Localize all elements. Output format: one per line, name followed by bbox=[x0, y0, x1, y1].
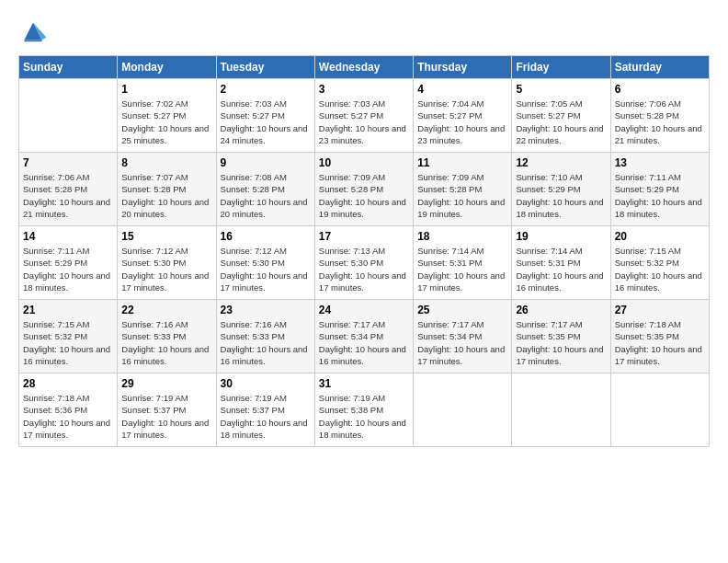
day-number: 17 bbox=[319, 230, 409, 243]
day-info: Sunrise: 7:10 AMSunset: 5:29 PMDaylight:… bbox=[516, 171, 606, 220]
day-info: Sunrise: 7:17 AMSunset: 5:34 PMDaylight:… bbox=[417, 318, 507, 367]
day-info: Sunrise: 7:18 AMSunset: 5:35 PMDaylight:… bbox=[615, 318, 705, 367]
calendar-day-cell: 16Sunrise: 7:12 AMSunset: 5:30 PMDayligh… bbox=[216, 226, 314, 300]
day-info: Sunrise: 7:18 AMSunset: 5:36 PMDaylight:… bbox=[23, 392, 113, 441]
page-container: SundayMondayTuesdayWednesdayThursdayFrid… bbox=[0, 0, 728, 456]
calendar-day-cell: 22Sunrise: 7:16 AMSunset: 5:33 PMDayligh… bbox=[118, 300, 216, 373]
calendar-day-cell: 4Sunrise: 7:04 AMSunset: 5:27 PMDaylight… bbox=[414, 79, 512, 153]
calendar-week-row: 28Sunrise: 7:18 AMSunset: 5:36 PMDayligh… bbox=[19, 373, 710, 447]
calendar-day-cell: 25Sunrise: 7:17 AMSunset: 5:34 PMDayligh… bbox=[414, 300, 512, 373]
day-number: 11 bbox=[417, 156, 507, 169]
day-info: Sunrise: 7:06 AMSunset: 5:28 PMDaylight:… bbox=[615, 98, 705, 146]
day-number: 25 bbox=[417, 304, 507, 316]
calendar-week-row: 14Sunrise: 7:11 AMSunset: 5:29 PMDayligh… bbox=[19, 226, 710, 300]
svg-rect-2 bbox=[24, 40, 41, 42]
header bbox=[18, 17, 710, 46]
calendar-day-cell: 9Sunrise: 7:08 AMSunset: 5:28 PMDaylight… bbox=[216, 153, 314, 226]
calendar-day-cell: 30Sunrise: 7:19 AMSunset: 5:37 PMDayligh… bbox=[216, 373, 314, 447]
day-info: Sunrise: 7:06 AMSunset: 5:28 PMDaylight:… bbox=[23, 171, 113, 220]
day-number: 21 bbox=[23, 304, 113, 316]
day-number: 30 bbox=[221, 377, 311, 390]
day-info: Sunrise: 7:03 AMSunset: 5:27 PMDaylight:… bbox=[221, 98, 311, 146]
day-number: 3 bbox=[319, 83, 409, 96]
day-info: Sunrise: 7:08 AMSunset: 5:28 PMDaylight:… bbox=[221, 171, 311, 220]
day-number: 9 bbox=[221, 156, 311, 169]
calendar-day-cell: 3Sunrise: 7:03 AMSunset: 5:27 PMDaylight… bbox=[314, 79, 413, 153]
day-header-saturday: Saturday bbox=[610, 56, 709, 79]
day-number: 7 bbox=[23, 156, 113, 169]
day-info: Sunrise: 7:14 AMSunset: 5:31 PMDaylight:… bbox=[417, 245, 507, 293]
day-number: 13 bbox=[615, 156, 705, 169]
day-number: 14 bbox=[23, 230, 113, 243]
day-header-thursday: Thursday bbox=[414, 56, 512, 79]
day-number: 27 bbox=[615, 304, 705, 316]
day-header-sunday: Sunday bbox=[19, 56, 118, 79]
day-number: 10 bbox=[319, 156, 409, 169]
calendar-day-cell: 10Sunrise: 7:09 AMSunset: 5:28 PMDayligh… bbox=[314, 153, 413, 226]
logo-icon bbox=[18, 17, 48, 46]
day-number: 24 bbox=[319, 304, 409, 316]
day-number: 22 bbox=[121, 304, 211, 316]
calendar-day-cell: 13Sunrise: 7:11 AMSunset: 5:29 PMDayligh… bbox=[610, 153, 709, 226]
calendar-day-cell: 6Sunrise: 7:06 AMSunset: 5:28 PMDaylight… bbox=[610, 79, 709, 153]
day-number: 18 bbox=[417, 230, 507, 243]
day-info: Sunrise: 7:19 AMSunset: 5:37 PMDaylight:… bbox=[221, 392, 311, 441]
day-info: Sunrise: 7:17 AMSunset: 5:34 PMDaylight:… bbox=[319, 318, 409, 367]
calendar-header-row: SundayMondayTuesdayWednesdayThursdayFrid… bbox=[19, 56, 710, 79]
day-number: 31 bbox=[319, 377, 409, 390]
day-info: Sunrise: 7:15 AMSunset: 5:32 PMDaylight:… bbox=[615, 245, 705, 293]
day-info: Sunrise: 7:16 AMSunset: 5:33 PMDaylight:… bbox=[221, 318, 311, 367]
day-info: Sunrise: 7:17 AMSunset: 5:35 PMDaylight:… bbox=[516, 318, 606, 367]
day-number: 2 bbox=[221, 83, 311, 96]
day-number: 15 bbox=[121, 230, 211, 243]
day-number: 4 bbox=[417, 83, 507, 96]
calendar-day-cell bbox=[512, 373, 610, 447]
calendar-day-cell: 1Sunrise: 7:02 AMSunset: 5:27 PMDaylight… bbox=[118, 79, 216, 153]
day-header-friday: Friday bbox=[512, 56, 610, 79]
day-info: Sunrise: 7:16 AMSunset: 5:33 PMDaylight:… bbox=[121, 318, 211, 367]
day-info: Sunrise: 7:12 AMSunset: 5:30 PMDaylight:… bbox=[221, 245, 311, 293]
logo bbox=[18, 17, 51, 46]
day-info: Sunrise: 7:14 AMSunset: 5:31 PMDaylight:… bbox=[516, 245, 606, 293]
day-info: Sunrise: 7:07 AMSunset: 5:28 PMDaylight:… bbox=[121, 171, 211, 220]
calendar-day-cell: 23Sunrise: 7:16 AMSunset: 5:33 PMDayligh… bbox=[216, 300, 314, 373]
day-info: Sunrise: 7:05 AMSunset: 5:27 PMDaylight:… bbox=[516, 98, 606, 146]
calendar-day-cell bbox=[414, 373, 512, 447]
calendar-day-cell: 5Sunrise: 7:05 AMSunset: 5:27 PMDaylight… bbox=[512, 79, 610, 153]
calendar-day-cell: 29Sunrise: 7:19 AMSunset: 5:37 PMDayligh… bbox=[118, 373, 216, 447]
day-number: 6 bbox=[615, 83, 705, 96]
calendar-day-cell: 15Sunrise: 7:12 AMSunset: 5:30 PMDayligh… bbox=[118, 226, 216, 300]
calendar-week-row: 7Sunrise: 7:06 AMSunset: 5:28 PMDaylight… bbox=[19, 153, 710, 226]
calendar-day-cell: 24Sunrise: 7:17 AMSunset: 5:34 PMDayligh… bbox=[314, 300, 413, 373]
day-info: Sunrise: 7:11 AMSunset: 5:29 PMDaylight:… bbox=[615, 171, 705, 220]
calendar-week-row: 21Sunrise: 7:15 AMSunset: 5:32 PMDayligh… bbox=[19, 300, 710, 373]
day-number: 28 bbox=[23, 377, 113, 390]
calendar-day-cell: 27Sunrise: 7:18 AMSunset: 5:35 PMDayligh… bbox=[610, 300, 709, 373]
day-info: Sunrise: 7:11 AMSunset: 5:29 PMDaylight:… bbox=[23, 245, 113, 293]
calendar-day-cell: 12Sunrise: 7:10 AMSunset: 5:29 PMDayligh… bbox=[512, 153, 610, 226]
calendar-day-cell bbox=[19, 79, 118, 153]
day-info: Sunrise: 7:02 AMSunset: 5:27 PMDaylight:… bbox=[121, 98, 211, 146]
day-header-monday: Monday bbox=[118, 56, 216, 79]
calendar-day-cell: 31Sunrise: 7:19 AMSunset: 5:38 PMDayligh… bbox=[314, 373, 413, 447]
day-number: 1 bbox=[121, 83, 211, 96]
calendar-day-cell: 21Sunrise: 7:15 AMSunset: 5:32 PMDayligh… bbox=[19, 300, 118, 373]
day-info: Sunrise: 7:12 AMSunset: 5:30 PMDaylight:… bbox=[121, 245, 211, 293]
calendar-day-cell: 26Sunrise: 7:17 AMSunset: 5:35 PMDayligh… bbox=[512, 300, 610, 373]
calendar-day-cell: 20Sunrise: 7:15 AMSunset: 5:32 PMDayligh… bbox=[610, 226, 709, 300]
day-info: Sunrise: 7:15 AMSunset: 5:32 PMDaylight:… bbox=[23, 318, 113, 367]
calendar-day-cell: 28Sunrise: 7:18 AMSunset: 5:36 PMDayligh… bbox=[19, 373, 118, 447]
calendar-day-cell: 17Sunrise: 7:13 AMSunset: 5:30 PMDayligh… bbox=[314, 226, 413, 300]
calendar-day-cell bbox=[610, 373, 709, 447]
day-number: 5 bbox=[516, 83, 606, 96]
day-header-wednesday: Wednesday bbox=[314, 56, 413, 79]
day-number: 16 bbox=[221, 230, 311, 243]
day-number: 26 bbox=[516, 304, 606, 316]
calendar-day-cell: 14Sunrise: 7:11 AMSunset: 5:29 PMDayligh… bbox=[19, 226, 118, 300]
day-number: 20 bbox=[615, 230, 705, 243]
day-number: 23 bbox=[221, 304, 311, 316]
day-info: Sunrise: 7:19 AMSunset: 5:37 PMDaylight:… bbox=[121, 392, 211, 441]
calendar-day-cell: 8Sunrise: 7:07 AMSunset: 5:28 PMDaylight… bbox=[118, 153, 216, 226]
calendar-day-cell: 2Sunrise: 7:03 AMSunset: 5:27 PMDaylight… bbox=[216, 79, 314, 153]
calendar-table: SundayMondayTuesdayWednesdayThursdayFrid… bbox=[18, 55, 710, 447]
